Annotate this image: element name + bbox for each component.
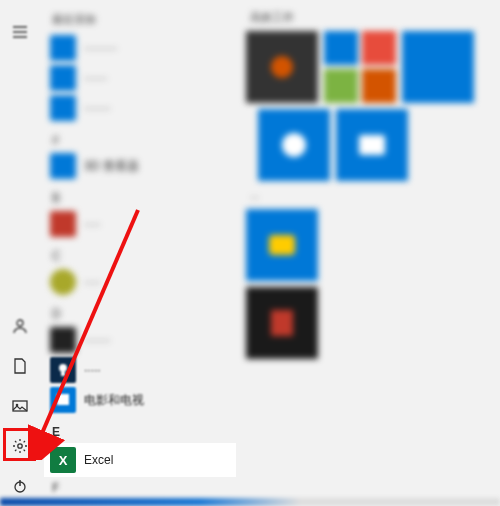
tile[interactable] xyxy=(246,209,318,281)
annotation-highlight-box xyxy=(3,428,36,461)
excel-label: Excel xyxy=(84,453,113,467)
letter-header[interactable]: # xyxy=(52,133,228,147)
list-item[interactable]: ····· xyxy=(44,355,236,385)
list-item[interactable]: ······· xyxy=(44,63,236,93)
movies-tv-label: 电影和电视 xyxy=(84,392,144,409)
tile-panel: 高效工作 ··· xyxy=(240,0,500,506)
taskbar[interactable] xyxy=(0,498,500,506)
letter-header[interactable]: F xyxy=(52,481,228,495)
list-item[interactable]: 3D 查看器 xyxy=(44,151,236,181)
tile[interactable] xyxy=(336,109,408,181)
list-item[interactable]: ········ xyxy=(44,325,236,355)
pictures-icon[interactable] xyxy=(0,386,40,426)
list-item[interactable]: ·········· xyxy=(44,33,236,63)
svg-point-5 xyxy=(59,364,67,372)
menu-icon[interactable] xyxy=(0,12,40,52)
tile[interactable] xyxy=(324,69,358,103)
tile-group-header[interactable]: ··· xyxy=(250,191,490,203)
list-item[interactable]: ········ xyxy=(44,93,236,123)
movies-tv-item[interactable]: 电影和电视 xyxy=(44,385,236,415)
letter-header-e[interactable]: E xyxy=(52,425,228,439)
excel-icon: X xyxy=(50,447,76,473)
tile[interactable] xyxy=(246,31,318,103)
tile[interactable] xyxy=(246,287,318,359)
excel-item[interactable]: X Excel xyxy=(44,443,236,477)
letter-header[interactable]: B xyxy=(52,191,228,205)
tile[interactable] xyxy=(324,31,358,65)
user-icon[interactable] xyxy=(0,306,40,346)
svg-point-0 xyxy=(17,320,23,326)
list-item[interactable]: ····· xyxy=(44,267,236,297)
letter-header[interactable]: D xyxy=(52,307,228,321)
letter-header[interactable]: C xyxy=(52,249,228,263)
svg-rect-8 xyxy=(57,394,69,396)
svg-rect-7 xyxy=(57,396,69,405)
recent-header: 最近添加 xyxy=(52,12,228,27)
tile[interactable] xyxy=(362,69,396,103)
tile-group-header[interactable]: 高效工作 xyxy=(250,10,490,25)
tile[interactable] xyxy=(258,109,330,181)
tile[interactable] xyxy=(362,31,396,65)
svg-rect-6 xyxy=(61,372,65,376)
list-item[interactable]: ····· xyxy=(44,209,236,239)
app-list: 最近添加 ·········· ······· ········ # 3D 查看… xyxy=(40,0,240,506)
tile[interactable] xyxy=(402,31,474,103)
documents-icon[interactable] xyxy=(0,346,40,386)
